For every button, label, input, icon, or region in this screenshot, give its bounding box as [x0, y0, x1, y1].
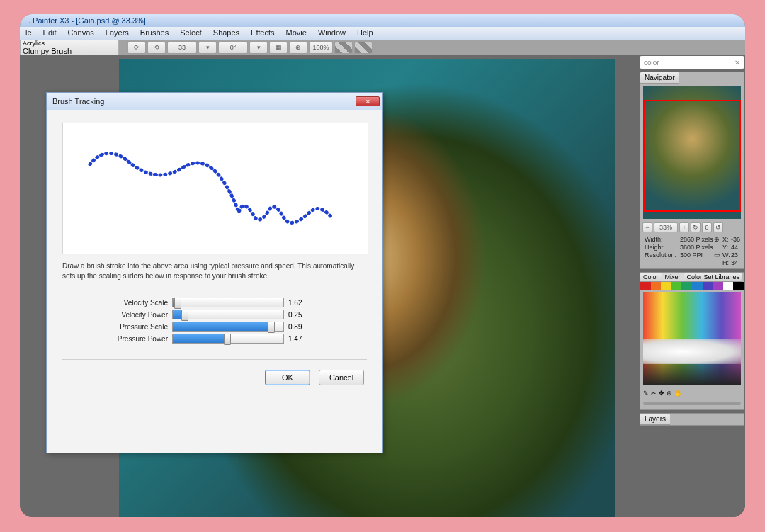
menubar: le Edit Canvas Layers Brushes Select Sha…: [20, 27, 745, 40]
size-slider[interactable]: ▾: [198, 41, 217, 54]
pattern-icon[interactable]: [334, 41, 353, 54]
swatch[interactable]: [661, 282, 672, 290]
velocity-power-slider[interactable]: [172, 310, 284, 319]
zoom-in-icon[interactable]: +: [679, 222, 689, 232]
swatch[interactable]: [651, 282, 662, 290]
velocity-power-value: 0.25: [284, 311, 311, 319]
velocity-scale-slider[interactable]: [172, 298, 284, 307]
swatch-row: [640, 282, 744, 290]
tab-color[interactable]: Color: [640, 273, 662, 282]
swatch[interactable]: [640, 282, 651, 290]
tab-mixer[interactable]: Mixer: [662, 273, 684, 282]
pressure-scale-slider[interactable]: [172, 322, 284, 332]
pressure-scale-label: Pressure Scale: [62, 323, 172, 331]
swatch[interactable]: [733, 282, 744, 290]
mixer-tools: ✎✂✥⊕✋: [640, 387, 744, 409]
menu-help[interactable]: Help: [351, 27, 379, 40]
angle-slider[interactable]: ▾: [249, 41, 268, 54]
mixer-panel: Color Mixer Color Set Libraries ✎✂✥⊕✋: [640, 272, 744, 410]
menu-window[interactable]: Window: [312, 27, 351, 40]
dropper-icon[interactable]: ✥: [659, 390, 664, 397]
search-placeholder: color: [644, 59, 659, 67]
cancel-button[interactable]: Cancel: [319, 370, 364, 385]
pressure-scale-value: 0.89: [284, 323, 311, 331]
menu-select[interactable]: Select: [174, 27, 208, 40]
brush-name: Clumpy Brush: [23, 47, 116, 55]
menu-movie[interactable]: Movie: [280, 27, 312, 40]
swatch[interactable]: [723, 282, 734, 290]
navigator-viewport[interactable]: [643, 100, 741, 212]
zoom-icon[interactable]: ⊕: [289, 41, 307, 54]
zoom-value: 100%: [309, 41, 333, 54]
menu-shapes[interactable]: Shapes: [208, 27, 245, 40]
velocity-power-label: Velocity Power: [62, 311, 172, 319]
navigator-info: Width:2860 Pixels⊕X:-36 Height:3600 Pixe…: [640, 234, 744, 268]
dialog-title: Brush Tracking: [52, 97, 104, 106]
swatch[interactable]: [681, 282, 692, 290]
layers-tab[interactable]: Layers: [640, 414, 670, 425]
menu-layers[interactable]: Layers: [100, 27, 135, 40]
divider: [62, 359, 367, 360]
navigator-preview[interactable]: [643, 86, 741, 219]
pressure-power-label: Pressure Power: [62, 335, 172, 343]
grid-icon[interactable]: ▦: [269, 41, 288, 54]
pressure-power-slider[interactable]: [172, 334, 284, 344]
nav-zoom[interactable]: 33%: [654, 222, 678, 232]
swatch[interactable]: [692, 282, 703, 290]
swatch[interactable]: [703, 282, 713, 290]
rotate-field[interactable]: 0: [702, 222, 712, 232]
brush-stroke: [63, 123, 369, 255]
dialog-titlebar[interactable]: Brush Tracking ✕: [47, 93, 382, 110]
search-box[interactable]: color ✕: [640, 56, 744, 69]
mixer-canvas[interactable]: [643, 292, 741, 385]
tab-colorset[interactable]: Color Set Libraries: [684, 273, 743, 282]
angle-field[interactable]: 0°: [218, 41, 248, 54]
mixer-size-slider[interactable]: [643, 402, 741, 405]
navigator-tab[interactable]: Navigator: [640, 72, 679, 84]
menu-canvas[interactable]: Canvas: [62, 27, 100, 40]
menu-edit[interactable]: Edit: [38, 27, 62, 40]
knife-icon[interactable]: ✂: [651, 390, 657, 397]
sliders: Velocity Scale1.62 Velocity Power0.25 Pr…: [62, 298, 367, 344]
menu-effects[interactable]: Effects: [245, 27, 280, 40]
titlebar: . Painter X3 - [Gaia.psd @ 33.3%]: [20, 14, 745, 27]
velocity-scale-value: 1.62: [284, 299, 311, 307]
swatch[interactable]: [713, 282, 723, 290]
zoom-icon[interactable]: ⊕: [667, 390, 672, 397]
brush-selector[interactable]: Acrylics Clumpy Brush: [20, 40, 119, 55]
brush-tracking-dialog: Brush Tracking ✕ Draw a brush stroke int…: [46, 92, 383, 453]
zoom-out-icon[interactable]: −: [642, 222, 652, 232]
brush-category: Acrylics: [23, 40, 116, 47]
ok-button[interactable]: OK: [265, 370, 310, 385]
app-window: . Painter X3 - [Gaia.psd @ 33.3%] le Edi…: [20, 14, 745, 517]
dab2-icon[interactable]: ⟲: [147, 41, 166, 54]
menu-file[interactable]: le: [20, 27, 38, 40]
pan-icon[interactable]: ✋: [674, 390, 682, 397]
options-bar: Acrylics Clumpy Brush ⟳ ⟲ 33 ▾ 0° ▾ ▦ ⊕ …: [20, 40, 745, 55]
clear-icon[interactable]: ✕: [735, 59, 740, 67]
rotate-icon[interactable]: ↻: [691, 222, 701, 232]
navigator-panel: Navigator − 33% + ↻ 0 ↺ Width:2860 Pixel…: [640, 72, 744, 269]
swatch[interactable]: [672, 282, 682, 290]
velocity-scale-label: Velocity Scale: [62, 299, 172, 307]
reset-icon[interactable]: ↺: [713, 222, 723, 232]
layers-panel: Layers: [640, 413, 744, 426]
pattern2-icon[interactable]: [354, 41, 373, 54]
menu-brushes[interactable]: Brushes: [135, 27, 174, 40]
dialog-instructions: Draw a brush stroke into the above area …: [62, 261, 367, 281]
stroke-area[interactable]: [62, 123, 368, 254]
pressure-power-value: 1.47: [284, 335, 311, 343]
size-field[interactable]: 33: [167, 41, 197, 54]
close-icon[interactable]: ✕: [356, 96, 380, 106]
dab-icon[interactable]: ⟳: [128, 41, 146, 54]
brush-tool-icon[interactable]: ✎: [643, 390, 649, 397]
